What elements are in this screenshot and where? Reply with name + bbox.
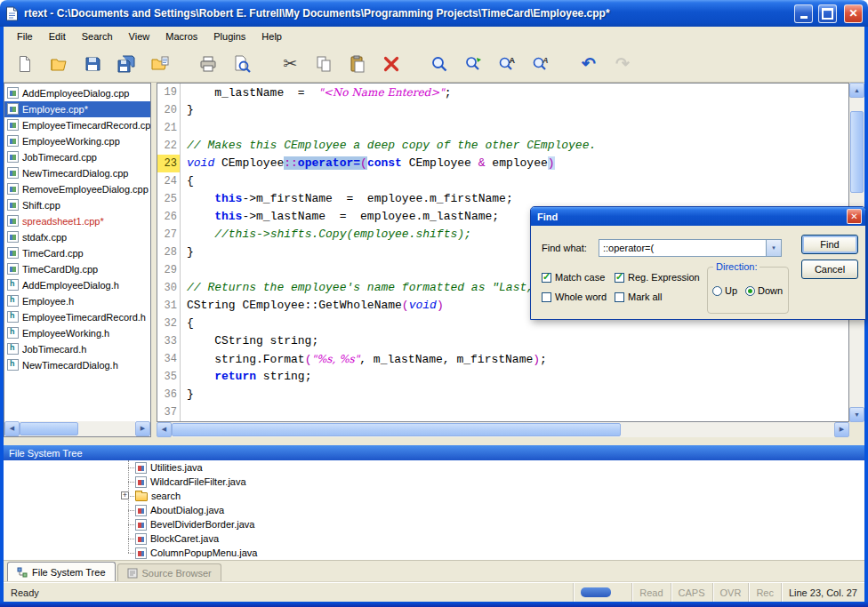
- h-file-icon: [7, 295, 19, 307]
- scroll-down-button[interactable]: ▼: [849, 407, 864, 422]
- direction-down-radio[interactable]: Down: [745, 285, 783, 296]
- undo-button[interactable]: ↶: [575, 50, 603, 78]
- delete-button[interactable]: [377, 50, 406, 78]
- file-list-item[interactable]: Employee.h: [4, 293, 150, 309]
- scroll-right-button[interactable]: ▶: [135, 421, 150, 436]
- tree-item[interactable]: BevelDividerBorder.java: [4, 517, 864, 531]
- java-file-icon: [135, 462, 147, 474]
- file-list-item[interactable]: AddEmployeeDialog.cpp: [4, 85, 150, 101]
- menu-view[interactable]: View: [121, 28, 158, 44]
- find-dialog-close-button[interactable]: ✕: [847, 209, 862, 224]
- scroll-left-button[interactable]: ◀: [4, 421, 20, 436]
- find-button[interactable]: Find: [801, 235, 858, 254]
- print-preview-icon: [232, 54, 252, 74]
- tree-item[interactable]: Utilities.java: [4, 460, 864, 475]
- file-list-item[interactable]: spreadsheet1.cpp*: [4, 213, 150, 229]
- file-list-item[interactable]: AddEmployeeDialog.h: [4, 277, 150, 293]
- radio-label: Down: [758, 285, 783, 296]
- file-list-item[interactable]: JobTimecard.h: [4, 341, 150, 357]
- file-list-item[interactable]: EmployeeWorking.h: [4, 325, 150, 341]
- scroll-track[interactable]: [172, 422, 834, 437]
- cpp-file-icon: [7, 103, 19, 115]
- file-name: Employee.h: [22, 296, 74, 307]
- copy-button[interactable]: [309, 50, 338, 78]
- menu-plugins[interactable]: Plugins: [205, 28, 253, 44]
- save-all-icon: [117, 54, 136, 74]
- file-list-item[interactable]: RemoveEmployeeDialog.cpp: [4, 181, 150, 197]
- scroll-thumb[interactable]: [172, 423, 621, 436]
- direction-up-radio[interactable]: Up: [712, 285, 737, 296]
- menu-edit[interactable]: Edit: [41, 28, 74, 44]
- minimize-button[interactable]: [794, 4, 813, 23]
- cpp-file-icon: [7, 119, 19, 131]
- file-list-item[interactable]: JobTimecard.cpp: [4, 149, 150, 165]
- cut-button[interactable]: ✂: [276, 50, 304, 78]
- toolbar: ✂AA↶↷: [4, 46, 864, 83]
- menu-file[interactable]: File: [9, 28, 41, 44]
- combo-dropdown-button[interactable]: ▼: [766, 240, 781, 256]
- cancel-button[interactable]: Cancel: [801, 260, 858, 279]
- file-list-item[interactable]: EmployeeWorking.cpp: [4, 133, 150, 149]
- file-list-item[interactable]: Employee.cpp*: [4, 101, 150, 117]
- replace-button[interactable]: A: [493, 50, 521, 78]
- open-in-new-window-button[interactable]: [146, 50, 174, 78]
- find-dialog: Find ✕ Find what: ::operator=( ▼ Find Ca…: [530, 206, 866, 320]
- tree-item[interactable]: AboutDialog.java: [4, 503, 864, 517]
- replace-next-button[interactable]: A: [526, 50, 555, 78]
- scroll-track[interactable]: [20, 421, 135, 436]
- print-preview-button[interactable]: [228, 50, 256, 78]
- file-list-item[interactable]: TimeCardDlg.cpp: [4, 261, 150, 277]
- expand-icon[interactable]: +: [121, 491, 129, 499]
- print-button[interactable]: [194, 50, 222, 78]
- maximize-button[interactable]: [818, 4, 837, 23]
- whole-word-checkbox[interactable]: Whole word: [542, 292, 615, 302]
- save-file-button[interactable]: [78, 50, 107, 78]
- close-button[interactable]: ✕: [844, 4, 863, 23]
- file-list-item[interactable]: TimeCard.cpp: [4, 245, 150, 261]
- new-file-button[interactable]: [11, 50, 39, 78]
- code-text: {: [187, 315, 194, 332]
- editor-hscrollbar[interactable]: ◀ ▶: [157, 422, 864, 437]
- editor-line: 19 m_lastName = "<No Name Entered>";: [157, 84, 848, 101]
- file-list-hscrollbar[interactable]: ◀ ▶: [4, 421, 150, 436]
- file-list-item[interactable]: Shift.cpp: [4, 197, 150, 213]
- menu-help[interactable]: Help: [253, 28, 290, 44]
- scroll-thumb[interactable]: [850, 111, 864, 193]
- tree-item[interactable]: +search: [4, 489, 864, 503]
- scroll-left-button[interactable]: ◀: [157, 422, 172, 437]
- find-what-value[interactable]: ::operator=(: [599, 240, 766, 256]
- scroll-up-button[interactable]: ▲: [849, 83, 864, 98]
- find-dialog-titlebar[interactable]: Find ✕: [531, 207, 865, 226]
- code-text: return string;: [187, 368, 311, 386]
- paste-button[interactable]: [343, 50, 372, 78]
- file-list-item[interactable]: EmployeeTimecardRecord.h: [4, 309, 150, 325]
- line-number: 36: [157, 386, 181, 403]
- tree-item[interactable]: BlockCaret.java: [4, 531, 864, 546]
- checkbox-label: Reg. Expression: [628, 272, 700, 283]
- h-file-icon: [7, 343, 19, 355]
- menu-macros[interactable]: Macros: [157, 28, 205, 44]
- file-name: EmployeeWorking.h: [22, 328, 109, 339]
- bottom-panel-titlebar[interactable]: File System Tree: [4, 445, 864, 460]
- find-button[interactable]: [425, 50, 454, 78]
- dock-splitter[interactable]: [4, 437, 864, 446]
- open-file-button[interactable]: [44, 50, 73, 78]
- file-list-item[interactable]: NewTimecardDialog.cpp: [4, 165, 150, 181]
- file-list-item[interactable]: NewTimecardDialog.h: [4, 357, 150, 373]
- redo-button[interactable]: ↷: [608, 50, 637, 78]
- code-text: // Returns the employee's name formatted…: [187, 279, 534, 297]
- tab-file-system-tree[interactable]: File System Tree: [7, 562, 116, 581]
- save-all-button[interactable]: [112, 50, 141, 78]
- file-list-item[interactable]: EmployeeTimecardRecord.cpp: [4, 117, 150, 133]
- find-next-button[interactable]: [459, 50, 487, 78]
- scroll-right-button[interactable]: ▶: [834, 422, 849, 437]
- tree-item[interactable]: ColumnPopupMenu.java: [4, 546, 864, 560]
- tab-source-browser[interactable]: Source Browser: [117, 563, 221, 581]
- scroll-thumb[interactable]: [20, 422, 78, 435]
- match-case-checkbox[interactable]: Match case: [542, 272, 615, 283]
- tree-item[interactable]: WildcardFileFilter.java: [4, 475, 864, 489]
- menu-search[interactable]: Search: [74, 28, 121, 44]
- title-bar[interactable]: rtext - C:\Documents and Settings\Robert…: [0, 0, 868, 27]
- find-what-combobox[interactable]: ::operator=( ▼: [599, 239, 782, 257]
- file-list-item[interactable]: stdafx.cpp: [4, 229, 150, 245]
